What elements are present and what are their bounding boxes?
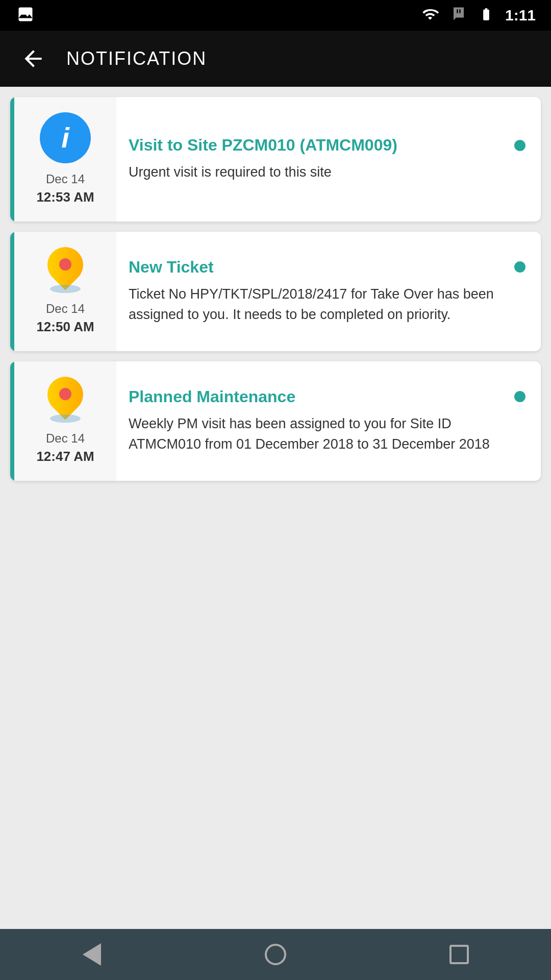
notifications-list: i Dec 14 12:53 AM Visit to Site PZCM010 …: [0, 87, 551, 929]
status-time: 1:11: [505, 7, 536, 24]
unread-indicator: [514, 391, 525, 402]
notification-message: Ticket No HPY/TKT/SPL/2018/2417 for Take…: [129, 284, 525, 325]
card-title-row: Planned Maintenance: [129, 387, 525, 406]
status-bar: 1:11: [0, 0, 551, 31]
notification-title: New Ticket: [129, 258, 507, 277]
back-button[interactable]: [20, 46, 46, 71]
card-title-row: Visit to Site PZCM010 (ATMCM009): [129, 136, 525, 155]
notification-card-new-ticket[interactable]: Dec 14 12:50 AM New Ticket Ticket No HPY…: [10, 232, 541, 351]
nav-back-button[interactable]: [71, 934, 112, 975]
nav-home-button[interactable]: [255, 934, 296, 975]
notification-card-visit-site[interactable]: i Dec 14 12:53 AM Visit to Site PZCM010 …: [10, 97, 541, 222]
card-accent: [10, 232, 14, 351]
page-title: NOTIFICATION: [66, 48, 207, 69]
card-body: Visit to Site PZCM010 (ATMCM009) Urgent …: [116, 97, 541, 222]
wifi-icon: [419, 6, 441, 24]
card-accent: [10, 361, 14, 481]
notification-timestamp: Dec 14 12:50 AM: [36, 300, 94, 336]
card-icon-section: i Dec 14 12:53 AM: [14, 97, 116, 222]
notification-timestamp: Dec 14 12:53 AM: [36, 170, 94, 206]
notification-card-planned-maintenance[interactable]: Dec 14 12:47 AM Planned Maintenance Week…: [10, 361, 541, 481]
notification-title: Visit to Site PZCM010 (ATMCM009): [129, 136, 507, 155]
location-pin-icon: [45, 377, 86, 423]
photo-icon: [15, 5, 36, 26]
info-icon: i: [40, 112, 91, 163]
card-icon-section: Dec 14 12:50 AM: [14, 232, 116, 351]
notification-message: Weekly PM visit has been assigned to you…: [129, 413, 525, 455]
notification-title: Planned Maintenance: [129, 387, 507, 406]
card-body: New Ticket Ticket No HPY/TKT/SPL/2018/24…: [116, 232, 541, 351]
bottom-navigation: [0, 929, 551, 980]
notification-timestamp: Dec 14 12:47 AM: [36, 430, 94, 465]
notification-message: Urgent visit is required to this site: [129, 162, 525, 183]
card-icon-section: Dec 14 12:47 AM: [14, 361, 116, 481]
card-accent: [10, 97, 14, 222]
card-body: Planned Maintenance Weekly PM visit has …: [116, 361, 541, 481]
battery-icon: [477, 7, 496, 23]
unread-indicator: [514, 140, 525, 151]
card-title-row: New Ticket: [129, 258, 525, 277]
signal-icon: [450, 6, 467, 25]
unread-indicator: [514, 261, 525, 273]
location-pin-icon: [45, 247, 86, 293]
nav-recent-button[interactable]: [439, 934, 480, 975]
top-navigation: NOTIFICATION: [0, 31, 551, 87]
